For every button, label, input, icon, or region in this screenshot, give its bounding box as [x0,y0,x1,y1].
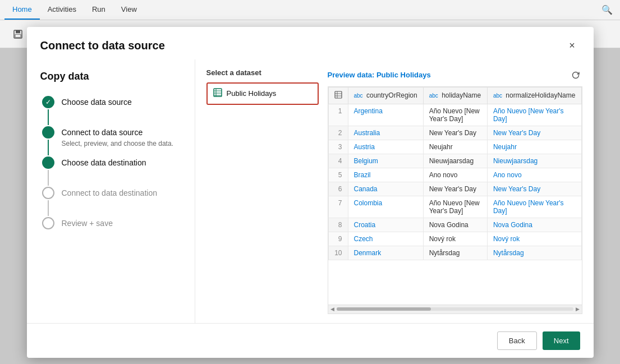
table-row: 1 Argentina Año Nuevo [New Year's Day] A… [328,104,581,126]
normalized-cell: Nieuwjaarsdag [487,154,581,168]
dataset-item-public-holidays[interactable]: Public Holidays [206,82,319,105]
step-3-line [48,170,49,186]
nav-tab-home[interactable]: Home [4,0,40,20]
row-num: 7 [328,196,348,218]
step-4-line [48,200,49,216]
normalized-cell: Nytårsdag [487,246,581,260]
table-row: 4 Belgium Nieuwjaarsdag Nieuwjaarsdag [328,154,581,168]
dataset-section-title: Select a dataset [206,68,319,77]
row-num: 8 [328,218,348,232]
row-num: 4 [328,154,348,168]
refresh-button[interactable] [569,68,582,82]
top-nav: Home Activities Run View 🔍 [0,0,620,20]
holiday-cell: Neujahr [423,140,487,154]
col-header-holiday: abc holidayName [423,87,487,104]
table-row: 3 Austria Neujahr Neujahr [328,140,581,154]
step-5-indicator [40,217,56,229]
row-num: 10 [328,246,348,260]
col-header-country: abc countryOrRegion [348,87,423,104]
dataset-name-label: Public Holidays [227,89,277,98]
scroll-right-arrow[interactable]: ▶ [576,306,580,312]
panel-row: Select a dataset [206,68,582,314]
close-button[interactable]: × [564,38,580,54]
step-2-label: Connect to data source [62,126,173,139]
holiday-cell: Nova Godina [423,218,487,232]
step-3-dot [46,160,50,165]
step-1-line [48,109,49,125]
step-5-label: Review + save [62,217,113,229]
col-header-index [328,87,348,104]
step-2-indicator [40,126,56,156]
normalized-cell: Nový rok [487,232,581,246]
step-2-sublabel: Select, preview, and choose the data. [62,140,173,148]
holiday-cell: Ano novo [423,168,487,182]
country-cell: Austria [348,140,423,154]
normalized-cell: New Year's Day [487,182,581,196]
holiday-cell: Nový rok [423,232,487,246]
data-table-container: abc countryOrRegion abc holidayName [328,86,582,305]
nav-tab-run[interactable]: Run [84,0,113,20]
normalized-cell: Ano novo [487,168,581,182]
step-5-content: Review + save [62,217,113,234]
nav-icons: 🔍 [599,0,616,20]
step-5-circle [42,217,54,229]
scrollbar-track [337,307,573,311]
table-row: 2 Australia New Year's Day New Year's Da… [328,126,581,140]
nav-tab-view[interactable]: View [113,0,145,20]
row-num: 9 [328,232,348,246]
holiday-cell: New Year's Day [423,182,487,196]
step-3-indicator [40,156,56,187]
row-num: 3 [328,140,348,154]
modal-body: Copy data ✓ Choose data source [27,59,594,323]
step-4-indicator [40,187,56,217]
step-1-label: Choose data source [62,96,132,108]
step-3-content: Choose data destination [62,156,146,173]
holiday-cell: New Year's Day [423,126,487,140]
table-body: 1 Argentina Año Nuevo [New Year's Day] A… [328,104,581,260]
wizard-title: Copy data [40,71,181,82]
step-1-indicator: ✓ [40,96,56,126]
step-2-circle [42,126,54,139]
preview-title: Preview data: Public Holidays [328,71,431,79]
wizard-step-4: Connect to data destination [40,187,181,217]
dataset-selector: Select a dataset [206,68,319,314]
normalized-cell: New Year's Day [487,126,581,140]
wizard-sidebar: Copy data ✓ Choose data source [27,59,195,323]
app-frame: Home Activities Run View 🔍 [0,0,620,364]
wizard-step-2: Connect to data source Select, preview, … [40,126,181,156]
country-cell: Denmark [348,246,423,260]
table-row: 7 Colombia Año Nuevo [New Year's Day] Añ… [328,196,581,218]
next-button[interactable]: Next [543,331,580,350]
horizontal-scrollbar[interactable]: ◀ ▶ [328,305,582,314]
step-1-circle: ✓ [42,96,54,108]
step-4-content: Connect to data destination [62,187,157,204]
wizard-step-3: Choose data destination [40,156,181,187]
holiday-cell: Nytårsdag [423,246,487,260]
modal-footer: Back Next [27,323,594,358]
row-num: 5 [328,168,348,182]
holiday-cell: Año Nuevo [New Year's Day] [423,104,487,126]
row-num: 1 [328,104,348,126]
nav-tab-activities[interactable]: Activities [40,0,84,20]
country-cell: Colombia [348,196,423,218]
data-table: abc countryOrRegion abc holidayName [328,87,582,260]
holiday-cell: Año Nuevo [New Year's Day] [423,196,487,218]
country-cell: Australia [348,126,423,140]
country-cell: Brazil [348,168,423,182]
holiday-cell: Nieuwjaarsdag [423,154,487,168]
row-num: 6 [328,182,348,196]
scroll-left-arrow[interactable]: ◀ [330,306,334,312]
table-row: 6 Canada New Year's Day New Year's Day [328,182,581,196]
svg-rect-8 [335,91,342,98]
country-cell: Belgium [348,154,423,168]
back-button[interactable]: Back [497,331,537,350]
content-panel: Select a dataset [195,59,594,323]
step-3-circle [42,156,54,169]
scrollbar-thumb[interactable] [337,307,431,311]
preview-panel: Preview data: Public Holidays [328,68,582,314]
country-cell: Czech [348,232,423,246]
search-icon[interactable]: 🔍 [599,2,616,19]
country-cell: Argentina [348,104,423,126]
row-num: 2 [328,126,348,140]
country-cell: Canada [348,182,423,196]
